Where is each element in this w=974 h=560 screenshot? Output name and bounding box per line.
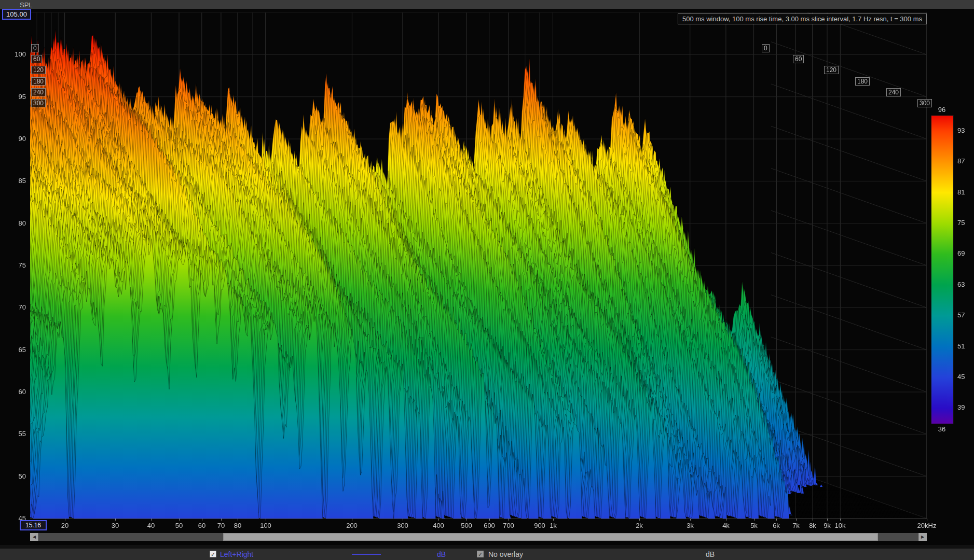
time-tick-label-left: 300 <box>31 99 46 107</box>
colorbar-gradient <box>931 115 954 424</box>
colorbar-tick-label: 45 <box>957 373 965 381</box>
x-tick-label: 20 <box>61 522 68 529</box>
overlay-checkbox[interactable]: ✓ <box>477 551 484 557</box>
colorbar-tick-label: 87 <box>957 157 965 165</box>
colorbar-max-label: 96 <box>938 106 945 114</box>
y-axis-max-field[interactable]: 105.00 <box>2 9 31 20</box>
x-tick-label: 600 <box>484 522 495 529</box>
x-tick-label: 8k <box>809 522 816 529</box>
x-tick-label: 10k <box>835 522 846 529</box>
series-checkbox[interactable]: ✓ <box>210 551 216 557</box>
scroll-left-button[interactable]: ◀ <box>30 533 39 541</box>
x-tick-label: 1k <box>550 522 557 529</box>
colorbar-tick-label: 63 <box>957 281 965 288</box>
scrollbar-thumb[interactable] <box>223 533 878 541</box>
x-tick-label: 200 <box>346 522 358 529</box>
x-tick-label: 5k <box>750 522 758 529</box>
time-tick-label-right: 120 <box>824 66 839 74</box>
y-tick-label: 100 <box>4 50 26 58</box>
y-tick-label: 60 <box>4 388 26 396</box>
x-tick-label: 60 <box>198 522 205 529</box>
time-tick-label-left: 120 <box>31 66 46 74</box>
time-tick-label-right: 60 <box>793 55 804 63</box>
check-icon: ✓ <box>211 551 215 557</box>
x-tick-label: 50 <box>175 522 183 529</box>
colorbar-tick-label: 75 <box>957 219 965 227</box>
x-tick-label: 40 <box>147 522 155 529</box>
right-unit-label: dB <box>706 550 715 558</box>
series-unit-label: dB <box>437 550 446 558</box>
colorbar-tick-label: 81 <box>957 188 965 196</box>
x-tick-label: 400 <box>433 522 444 529</box>
series-label[interactable]: Left+Right <box>220 550 253 558</box>
y-axis-title: SPL <box>20 1 33 9</box>
x-tick-label: 500 <box>461 522 472 529</box>
time-tick-label-left: 0 <box>31 44 39 52</box>
y-tick-label: 90 <box>4 135 26 143</box>
y-tick-label: 55 <box>4 430 26 438</box>
time-tick-label-left: 60 <box>31 55 42 63</box>
colorbar-tick-label: 51 <box>957 342 965 350</box>
x-tick-label: 70 <box>217 522 225 529</box>
top-strip: SPL <box>0 0 974 9</box>
x-tick-label: 9k <box>824 522 831 529</box>
waterfall-plot[interactable] <box>0 0 974 560</box>
x-tick-label: 3k <box>687 522 694 529</box>
colorbar-tick-label: 69 <box>957 249 965 257</box>
scroll-right-icon: ▶ <box>921 535 924 539</box>
y-tick-label: 70 <box>4 303 26 311</box>
time-tick-label-right: 300 <box>917 99 932 107</box>
x-tick-label: 80 <box>234 522 241 529</box>
measurement-info: 500 ms window, 100 ms rise time, 3.00 ms… <box>678 13 927 24</box>
colorbar-tick-label: 39 <box>957 403 965 411</box>
y-tick-label: 75 <box>4 261 26 269</box>
y-tick-label: 85 <box>4 177 26 185</box>
h-scrollbar[interactable]: ◀ ▶ <box>30 533 927 541</box>
y-tick-label: 80 <box>4 219 26 227</box>
overlay-label[interactable]: No overlay <box>488 550 523 558</box>
x-tick-label: 4k <box>722 522 730 529</box>
colorbar-tick-label: 93 <box>957 127 965 134</box>
colorbar-tick-label: 57 <box>957 311 965 319</box>
bottom-toolbar: ✓ Left+Right dB ✓ No overlay dB <box>0 545 974 560</box>
scroll-right-button[interactable]: ▶ <box>918 533 927 541</box>
x-tick-label: 100 <box>260 522 271 529</box>
x-tick-label: 2k <box>636 522 643 529</box>
colorbar-min-label: 36 <box>938 425 945 433</box>
x-tick-label: 6k <box>773 522 780 529</box>
time-tick-label-left: 180 <box>31 77 46 86</box>
x-tick-label: 300 <box>397 522 408 529</box>
time-tick-label-right: 240 <box>886 88 901 96</box>
y-tick-label: 95 <box>4 93 26 101</box>
rew-waterfall-window: SPL 105.00 15.16 500 ms window, 100 ms r… <box>0 0 974 560</box>
trace-style-swatch[interactable] <box>352 554 381 555</box>
time-tick-label-right: 180 <box>855 77 870 86</box>
x-tick-label: 30 <box>112 522 119 529</box>
time-tick-label-left: 240 <box>31 88 46 96</box>
y-tick-label: 65 <box>4 346 26 354</box>
scroll-left-icon: ◀ <box>33 535 36 539</box>
y-tick-label: 50 <box>4 472 26 480</box>
check-icon: ✓ <box>478 551 483 557</box>
x-tick-label: 7k <box>792 522 800 529</box>
time-tick-label-right: 0 <box>762 44 770 52</box>
x-tick-label: 700 <box>503 522 514 529</box>
x-tick-label: 900 <box>534 522 545 529</box>
x-tick-label: 20kHz <box>917 522 937 529</box>
x-axis-min-field[interactable]: 15.16 <box>20 520 47 530</box>
